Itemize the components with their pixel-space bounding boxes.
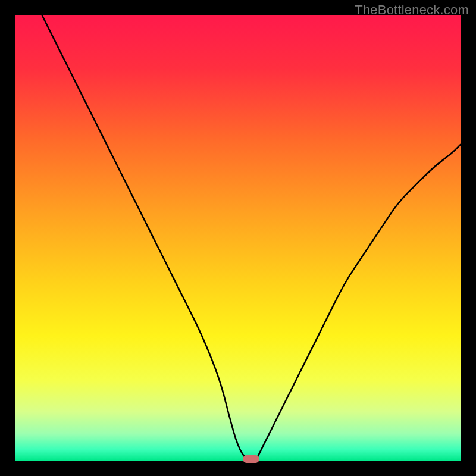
chart-frame: TheBottleneck.com	[0, 0, 476, 476]
watermark-text: TheBottleneck.com	[355, 2, 469, 18]
gradient-rect	[15, 15, 461, 461]
plot-area	[15, 15, 461, 461]
chart-svg	[15, 15, 461, 461]
optimum-marker	[243, 455, 259, 463]
